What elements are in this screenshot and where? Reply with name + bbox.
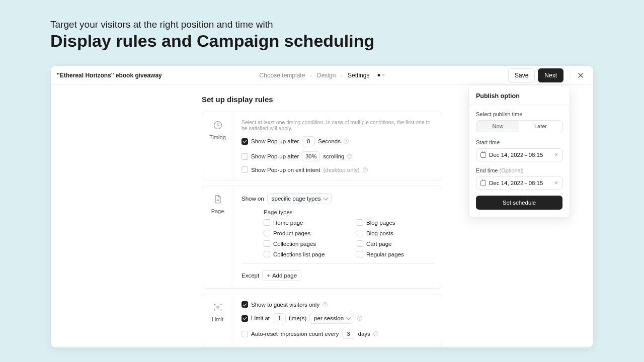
label-except: Except bbox=[242, 273, 259, 279]
select-show-on[interactable]: specific page types bbox=[267, 193, 332, 204]
label-cart-page: Cart page bbox=[366, 241, 392, 247]
step-design[interactable]: Design bbox=[317, 72, 336, 79]
limit-icon bbox=[212, 301, 224, 313]
segment-publish-time: Now Later bbox=[476, 120, 562, 132]
label-exit-intent: Show Pop-up on exit intent bbox=[251, 167, 320, 173]
calendar-icon bbox=[480, 152, 486, 158]
divider bbox=[469, 105, 570, 105]
page-icon bbox=[212, 193, 224, 205]
label-regular-pages: Regular pages bbox=[366, 251, 404, 257]
checkbox-show-after-scroll[interactable] bbox=[242, 153, 248, 160]
info-icon[interactable] bbox=[347, 154, 352, 159]
label-blog-pages: Blog pages bbox=[366, 220, 395, 226]
step-choose-template[interactable]: Choose template bbox=[260, 72, 305, 79]
hero-title: Display rules and Campaign scheduling bbox=[50, 31, 594, 51]
panel-label-limit: Limit bbox=[212, 316, 223, 322]
chevron-right-icon: › bbox=[310, 72, 312, 78]
campaign-title: "Ethereal Horizons" ebook giveaway bbox=[57, 72, 162, 79]
divider bbox=[242, 263, 434, 264]
checkbox-blog-posts[interactable] bbox=[357, 230, 363, 236]
label-end-time: End time (Optional) bbox=[476, 167, 562, 173]
hero-subtitle: Target your visitors at the right positi… bbox=[50, 19, 594, 30]
checkbox-cart-page[interactable] bbox=[357, 240, 363, 247]
panel-timing: Timing Select at least one timing condit… bbox=[202, 112, 442, 180]
label-show-after-scroll: Show Pop-up after bbox=[251, 153, 299, 159]
step-nav: Choose template › Design › Settings bbox=[260, 72, 385, 79]
page-types-heading: Page types bbox=[264, 209, 434, 215]
label-show-on: Show on bbox=[242, 196, 264, 202]
input-limit-count[interactable]: 1 bbox=[273, 313, 286, 323]
label-auto-reset: Auto-reset impression count every bbox=[251, 331, 339, 337]
checkbox-limit-at[interactable] bbox=[242, 315, 248, 322]
unit-times: time(s) bbox=[289, 315, 306, 321]
segment-later[interactable]: Later bbox=[519, 121, 562, 132]
segment-now[interactable]: Now bbox=[476, 121, 519, 132]
close-icon bbox=[578, 72, 584, 78]
checkbox-collections-list[interactable] bbox=[264, 251, 270, 257]
clear-end-time[interactable]: × bbox=[554, 179, 558, 187]
set-schedule-button[interactable]: Set schedule bbox=[476, 196, 562, 210]
label-limit-at: Limit at bbox=[251, 315, 270, 321]
label-collections-list: Collections list page bbox=[273, 251, 325, 257]
info-icon[interactable] bbox=[323, 302, 328, 307]
checkbox-product-pages[interactable] bbox=[264, 230, 270, 236]
calendar-icon bbox=[480, 180, 486, 186]
checkbox-auto-reset[interactable] bbox=[242, 331, 248, 337]
checkbox-show-after-seconds[interactable] bbox=[242, 138, 248, 145]
info-icon[interactable] bbox=[357, 316, 362, 321]
close-button[interactable] bbox=[574, 69, 587, 82]
info-icon[interactable] bbox=[344, 139, 349, 144]
info-icon[interactable] bbox=[363, 167, 368, 172]
timing-hint: Select at least one timing condition. In… bbox=[242, 119, 434, 131]
clock-icon bbox=[212, 119, 224, 131]
app-window: "Ethereal Horizons" ebook giveaway Choos… bbox=[51, 66, 593, 347]
checkbox-guest-only[interactable] bbox=[242, 301, 248, 308]
add-page-label: Add page bbox=[272, 273, 297, 279]
unit-scrolling: scrolling bbox=[323, 153, 344, 159]
checkbox-blog-pages[interactable] bbox=[357, 219, 363, 226]
panel-label-timing: Timing bbox=[209, 134, 226, 140]
note-desktop-only: (desktop only) bbox=[323, 167, 359, 173]
unit-seconds: Seconds bbox=[318, 138, 341, 144]
clear-start-time[interactable]: × bbox=[554, 151, 558, 158]
save-button[interactable]: Save bbox=[508, 68, 535, 82]
label-home-page: Home page bbox=[273, 220, 303, 226]
label-show-after: Show Pop-up after bbox=[251, 138, 299, 144]
label-select-publish-time: Select publish time bbox=[476, 111, 562, 117]
step-progress-dots bbox=[377, 74, 384, 76]
add-page-button[interactable]: + Add page bbox=[262, 270, 301, 281]
input-scroll-percent[interactable]: 30% bbox=[302, 151, 320, 161]
checkbox-collection-pages[interactable] bbox=[264, 240, 270, 247]
checkbox-regular-pages[interactable] bbox=[357, 251, 363, 257]
plus-icon: + bbox=[267, 273, 270, 279]
top-bar: "Ethereal Horizons" ebook giveaway Choos… bbox=[51, 66, 593, 85]
value-end-time: Dec 14, 2022 - 08:15 bbox=[489, 180, 543, 186]
label-start-time: Start time bbox=[476, 139, 562, 145]
unit-days: days bbox=[358, 331, 370, 337]
label-product-pages: Product pages bbox=[273, 230, 310, 236]
checkbox-exit-intent[interactable] bbox=[242, 166, 248, 173]
panel-label-page: Page bbox=[211, 208, 224, 214]
label-guest-only: Show to guest visitors only bbox=[251, 302, 319, 308]
next-button[interactable]: Next bbox=[538, 68, 564, 82]
input-end-time[interactable]: Dec 14, 2022 - 08:15 × bbox=[476, 176, 562, 190]
input-reset-days[interactable]: 3 bbox=[342, 329, 355, 339]
chevron-right-icon: › bbox=[341, 72, 343, 78]
label-collection-pages: Collection pages bbox=[273, 241, 316, 247]
input-start-time[interactable]: Dec 14, 2022 - 08:15 × bbox=[476, 148, 562, 161]
checkbox-home-page[interactable] bbox=[264, 219, 270, 226]
panel-limit: Limit Show to guest visitors only Limit … bbox=[202, 294, 442, 346]
panel-page: Page Show on specific page types Page ty… bbox=[202, 186, 442, 289]
label-blog-posts: Blog posts bbox=[366, 230, 393, 236]
step-settings[interactable]: Settings bbox=[348, 72, 369, 79]
divider bbox=[571, 70, 571, 80]
popover-title: Publish option bbox=[476, 93, 562, 100]
select-limit-scope[interactable]: per session bbox=[309, 313, 354, 324]
svg-point-1 bbox=[216, 306, 218, 308]
input-seconds[interactable]: 0 bbox=[302, 136, 315, 146]
value-start-time: Dec 14, 2022 - 08:15 bbox=[489, 152, 543, 158]
publish-popover: Publish option Select publish time Now L… bbox=[468, 85, 570, 217]
info-icon[interactable] bbox=[373, 331, 378, 336]
